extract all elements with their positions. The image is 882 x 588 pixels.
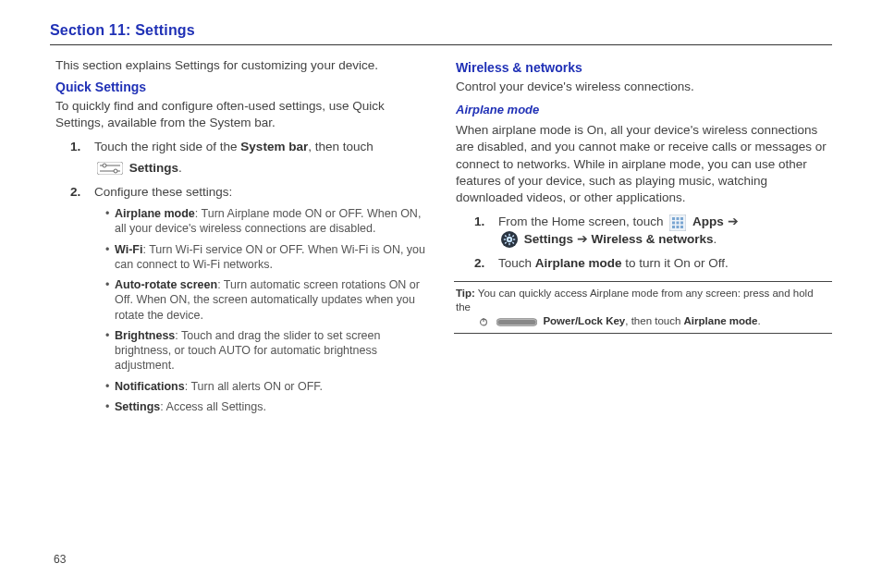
step-2-text: Configure these settings: bbox=[94, 185, 232, 199]
svg-rect-21 bbox=[513, 239, 515, 239]
airplane-mode-bold: Airplane mode bbox=[684, 315, 758, 326]
wireless-networks-label: Wireless & networks bbox=[592, 232, 714, 246]
list-item: Wi-Fi: Turn Wi-Fi service ON or OFF. Whe… bbox=[105, 242, 428, 273]
svg-rect-8 bbox=[680, 217, 683, 220]
step-number: 1. bbox=[70, 139, 80, 155]
step-number: 1. bbox=[474, 214, 484, 230]
tip-box: Tip: You can quickly access Airplane mod… bbox=[454, 281, 832, 334]
step-2: 2. Configure these settings: Airplane mo… bbox=[50, 184, 428, 414]
tip-mid: , then touch bbox=[625, 315, 683, 326]
list-item: Brightness: Touch and drag the slider to… bbox=[105, 328, 428, 374]
tip-end: . bbox=[757, 315, 760, 326]
svg-rect-14 bbox=[680, 226, 683, 228]
svg-rect-12 bbox=[672, 226, 675, 228]
wireless-intro: Control your device's wireless connectio… bbox=[456, 79, 832, 95]
tip-pre: You can quickly access Airplane mode fro… bbox=[456, 288, 814, 312]
airplane-mode-heading: Airplane mode bbox=[456, 103, 832, 116]
step-2: 2. Touch Airplane mode to turn it On or … bbox=[454, 255, 832, 272]
svg-rect-29 bbox=[498, 320, 536, 325]
svg-point-17 bbox=[508, 239, 510, 240]
step-1-text-pre: Touch the right side of the bbox=[94, 140, 240, 153]
list-item: Notifications: Turn all alerts ON or OFF… bbox=[105, 379, 428, 394]
power-lock-key-icon bbox=[496, 317, 537, 327]
step2-post: to turn it On or Off. bbox=[622, 256, 729, 270]
airplane-intro: When airplane mode is On, all your devic… bbox=[456, 122, 832, 206]
svg-point-4 bbox=[114, 169, 117, 173]
svg-rect-0 bbox=[97, 162, 123, 175]
power-lock-key-label: Power/Lock Key bbox=[543, 315, 625, 326]
svg-rect-11 bbox=[680, 221, 683, 224]
svg-rect-20 bbox=[504, 239, 506, 239]
list-item: Auto-rotate screen: Turn automatic scree… bbox=[105, 277, 428, 323]
settings-gear-icon bbox=[501, 231, 518, 248]
step-number: 2. bbox=[70, 184, 80, 201]
arrow: ➔ bbox=[728, 214, 739, 228]
quick-settings-steps: 1. Touch the right side of the System ba… bbox=[50, 139, 428, 414]
section-title: Section 11: Settings bbox=[50, 22, 832, 39]
airplane-steps: 1. From the Home screen, touch Apps ➔ bbox=[454, 214, 832, 272]
wireless-networks-heading: Wireless & networks bbox=[456, 60, 832, 75]
settings-label: Settings bbox=[129, 161, 178, 175]
svg-rect-9 bbox=[672, 221, 675, 224]
power-icon bbox=[479, 317, 488, 326]
svg-rect-7 bbox=[677, 217, 680, 220]
arrow2: ➔ bbox=[573, 232, 592, 246]
step-1: 1. From the Home screen, touch Apps ➔ bbox=[454, 214, 832, 248]
two-column-layout: This section explains Settings for custo… bbox=[50, 58, 832, 422]
apps-grid-icon bbox=[669, 214, 686, 231]
quick-settings-intro: To quickly find and configure often-used… bbox=[55, 98, 428, 131]
svg-rect-19 bbox=[508, 243, 509, 245]
svg-rect-13 bbox=[677, 226, 680, 228]
svg-rect-10 bbox=[677, 221, 680, 224]
page-number: 63 bbox=[54, 553, 66, 566]
right-column: Wireless & networks Control your device'… bbox=[454, 58, 832, 422]
airplane-mode-label: Airplane mode bbox=[535, 256, 622, 270]
settings-sliders-icon bbox=[97, 162, 123, 175]
section-rule bbox=[50, 44, 832, 45]
settings-label: Settings bbox=[524, 232, 573, 246]
list-item: Airplane mode: Turn Airplane mode ON or … bbox=[105, 206, 428, 237]
left-column: This section explains Settings for custo… bbox=[50, 58, 428, 422]
svg-point-2 bbox=[103, 164, 106, 167]
step2-pre: Touch bbox=[498, 256, 535, 270]
system-bar-label: System bar bbox=[240, 140, 308, 153]
svg-rect-6 bbox=[672, 217, 675, 220]
tip-label: Tip: bbox=[456, 288, 475, 299]
svg-rect-18 bbox=[508, 234, 509, 236]
settings-bullet-list: Airplane mode: Turn Airplane mode ON or … bbox=[94, 206, 428, 414]
step1-pre: From the Home screen, touch bbox=[498, 214, 667, 228]
intro-text: This section explains Settings for custo… bbox=[55, 58, 428, 72]
step-1-text-post: , then touch bbox=[308, 140, 374, 153]
quick-settings-heading: Quick Settings bbox=[55, 80, 428, 94]
list-item: Settings: Access all Settings. bbox=[105, 399, 428, 414]
step-number: 2. bbox=[474, 255, 484, 272]
apps-label: Apps bbox=[692, 214, 724, 228]
step-1: 1. Touch the right side of the System ba… bbox=[50, 139, 428, 176]
